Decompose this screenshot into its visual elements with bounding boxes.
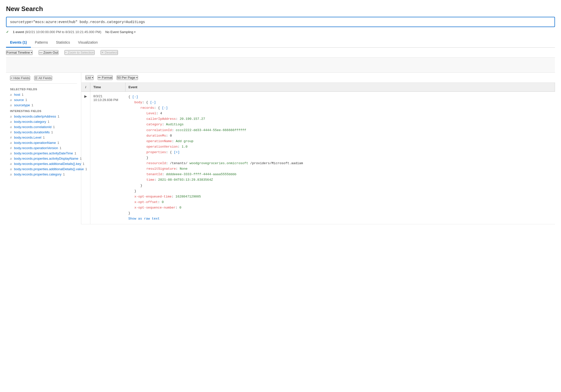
tab-patterns[interactable]: Patterns [31, 38, 52, 48]
field-type-durationMs: # [10, 131, 13, 134]
hide-fields-button[interactable]: < Hide Fields [10, 76, 30, 80]
format-timeline-button[interactable]: Format Timeline ▾ [6, 50, 33, 55]
field-type-additionalValue: a [10, 167, 13, 171]
tab-statistics[interactable]: Statistics [52, 38, 74, 48]
no-event-sampling-dropdown[interactable]: No Event Sampling ▾ [105, 30, 135, 34]
row-toggle-cell: ▶ [81, 92, 90, 224]
interesting-fields-title: INTERESTING FIELDS [10, 110, 77, 113]
field-name-propCategory[interactable]: body.records.properties.category [14, 172, 61, 176]
field-durationMs: # body.records.durationMs 1 [10, 130, 77, 134]
show-raw-text-link[interactable]: Show as raw text [128, 217, 160, 221]
field-count-durationMs: 1 [51, 130, 53, 134]
page-container: New Search ✓ 1 event (8/2/21 10:00:00.00… [0, 0, 561, 229]
selected-fields-list: a host 1 a source 1 a sourcetype 1 [10, 93, 77, 107]
field-name-host[interactable]: host [14, 93, 20, 96]
row-expand-icon[interactable]: ▶ [84, 94, 87, 98]
tab-visualization[interactable]: Visualization [74, 38, 102, 48]
list-caret-icon: ▾ [92, 76, 93, 79]
field-count-source: 1 [25, 98, 27, 102]
all-fields-button[interactable]: ☰ All Fields [34, 76, 52, 80]
field-source: a source 1 [10, 98, 77, 102]
field-type-activityDisplayName: a [10, 157, 13, 160]
field-callerIpAddress: a body.records.callerIpAddress 1 [10, 115, 77, 118]
field-count-propCategory: 1 [63, 172, 65, 176]
field-type-operationName: a [10, 141, 13, 145]
list-view-button[interactable]: List ▾ [85, 75, 94, 80]
field-name-activityDateTime[interactable]: body.records.properties.activityDateTime [14, 151, 73, 155]
records-collapse-btn[interactable]: [-] [162, 106, 168, 110]
field-count-correlationId: 1 [53, 125, 55, 129]
field-type-propCategory: a [10, 173, 13, 176]
field-type-level: # [10, 136, 13, 139]
field-type-sourcetype: a [10, 104, 13, 107]
field-name-category[interactable]: body.records.category [14, 120, 46, 124]
field-count-operationVersion: 1 [59, 146, 61, 150]
tabs-bar: Events (1) Patterns Statistics Visualiza… [6, 38, 555, 48]
search-input[interactable] [10, 20, 551, 24]
event-content-cell: { [-] body: { [-] records: { [-] Level: … [125, 92, 555, 224]
top-collapse-btn[interactable]: [-] [132, 95, 138, 99]
field-name-source[interactable]: source [14, 98, 24, 102]
timeline-area [6, 58, 555, 73]
field-name-operationName[interactable]: body.records.operationName [14, 141, 56, 145]
deselect-button[interactable]: ✕ Deselect [101, 50, 118, 55]
field-name-callerIpAddress[interactable]: body.records.callerIpAddress [14, 115, 56, 118]
field-additionalValue: a body.records.properties.additionalDeta… [10, 167, 77, 171]
field-count-callerIpAddress: 1 [57, 115, 59, 118]
field-level: # body.records.Level 1 [10, 136, 77, 139]
field-type-category: a [10, 120, 13, 124]
field-name-sourcetype[interactable]: sourcetype [14, 103, 30, 107]
field-activityDisplayName: a body.records.properties.activityDispla… [10, 157, 77, 160]
per-page-button[interactable]: 50 Per Page ▾ [117, 75, 138, 80]
field-type-source: a [10, 98, 13, 102]
format-timeline-caret-icon: ▾ [31, 51, 32, 54]
field-count-sourcetype: 1 [32, 103, 33, 107]
header-event: Event [125, 83, 555, 92]
field-type-callerIpAddress: a [10, 115, 13, 118]
zoom-out-button[interactable]: — Zoom Out [39, 50, 58, 55]
field-name-activityDisplayName[interactable]: body.records.properties.activityDisplayN… [14, 157, 78, 160]
header-info: i [81, 83, 90, 92]
field-type-correlationId: a [10, 125, 13, 129]
field-activityDateTime: a body.records.properties.activityDateTi… [10, 151, 77, 155]
content-area: < Hide Fields ☰ All Fields SELECTED FIEL… [6, 73, 555, 224]
field-additionalKey: a body.records.properties.additionalDeta… [10, 162, 77, 166]
field-count-host: 1 [22, 93, 24, 96]
field-count-operationName: 1 [57, 141, 59, 145]
event-time-cell: 8/3/21 10:13:29.838 PM [90, 92, 125, 224]
event-summary: ✓ 1 event (8/2/21 10:00:00.000 PM to 8/3… [6, 30, 555, 34]
field-type-host: a [10, 93, 13, 96]
interesting-fields-list: a body.records.callerIpAddress 1 a body.… [10, 115, 77, 176]
zoom-to-selection-button[interactable]: + Zoom to Selection [64, 50, 95, 55]
table-row: ▶ 8/3/21 10:13:29.838 PM { [-] body: { [… [81, 92, 555, 224]
check-icon: ✓ [6, 30, 9, 34]
results-table: i Time Event ▶ 8/3/21 10:13:29.838 PM [81, 83, 555, 224]
field-correlationId: a body.records.correlationId 1 [10, 125, 77, 129]
field-name-additionalKey[interactable]: body.records.properties.additionalDetail… [14, 162, 81, 166]
field-type-additionalKey: a [10, 162, 13, 166]
field-operationVersion: # body.records.operationVersion 1 [10, 146, 77, 150]
field-name-operationVersion[interactable]: body.records.operationVersion [14, 146, 58, 150]
header-time: Time [90, 83, 125, 92]
page-title: New Search [6, 5, 555, 13]
field-count-category: 1 [48, 120, 49, 124]
body-collapse-btn[interactable]: [-] [150, 101, 156, 104]
field-category: a body.records.category 1 [10, 120, 77, 124]
field-sourcetype: a sourcetype 1 [10, 103, 77, 107]
selected-fields-title: SELECTED FIELDS [10, 88, 77, 91]
field-name-additionalValue[interactable]: body.records.properties.additionalDetail… [14, 167, 84, 171]
sampling-caret-icon: ▾ [134, 31, 135, 33]
right-panel: List ▾ ✏ Format 50 Per Page ▾ i [81, 73, 555, 224]
per-page-caret-icon: ▾ [136, 76, 137, 79]
format-button[interactable]: ✏ Format [98, 75, 113, 80]
field-name-correlationId[interactable]: body.records.correlationId [14, 125, 51, 129]
field-propCategory: a body.records.properties.category 1 [10, 172, 77, 176]
results-toolbar: List ▾ ✏ Format 50 Per Page ▾ [81, 73, 555, 83]
field-name-level[interactable]: body.records.Level [14, 136, 41, 139]
search-bar-container [6, 17, 555, 27]
properties-collapse-btn[interactable]: [+] [174, 150, 180, 154]
tab-events[interactable]: Events (1) [6, 38, 31, 48]
field-host: a host 1 [10, 93, 77, 96]
left-panel: < Hide Fields ☰ All Fields SELECTED FIEL… [6, 73, 81, 224]
field-name-durationMs[interactable]: body.records.durationMs [14, 130, 50, 134]
